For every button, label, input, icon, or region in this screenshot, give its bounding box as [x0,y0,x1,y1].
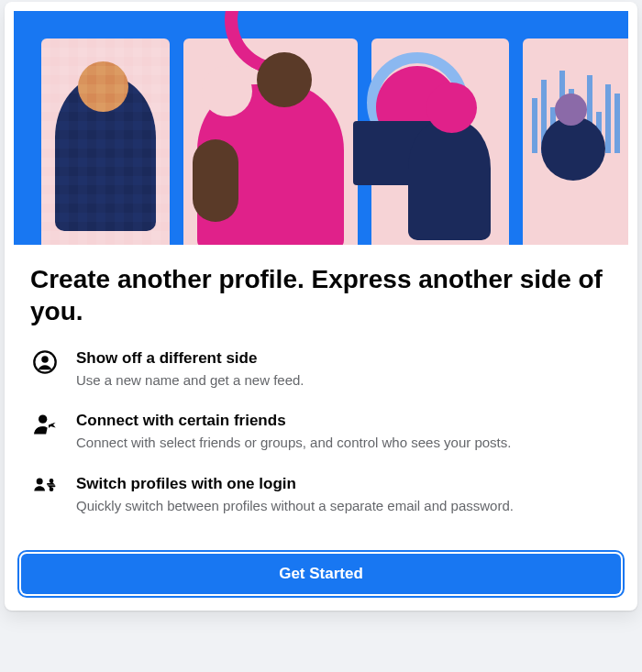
person-share-icon [30,410,60,439]
hero-illustration [14,11,628,245]
get-started-button[interactable]: Get Started [21,554,621,594]
feature-body: Show off a different side Use a new name… [76,347,612,390]
cta-container: Get Started [5,545,637,611]
svg-point-2 [39,415,47,424]
feature-title: Show off a different side [76,349,612,368]
modal-title: Create another profile. Express another … [30,263,612,327]
feature-desc: Quickly switch between profiles without … [76,497,612,515]
svg-point-3 [37,478,43,484]
feature-item: Switch profiles with one login Quickly s… [30,473,612,515]
feature-item: Connect with certain friends Connect wit… [30,410,612,452]
feature-desc: Use a new name and get a new feed. [76,371,612,390]
profile-circle-icon [30,347,60,377]
switch-people-icon [30,473,60,502]
feature-body: Switch profiles with one login Quickly s… [76,473,612,515]
svg-point-1 [41,356,48,362]
feature-body: Connect with certain friends Connect wit… [76,410,612,452]
feature-item: Show off a different side Use a new name… [30,347,612,390]
feature-title: Switch profiles with one login [76,475,612,493]
feature-desc: Connect with select friends or groups, a… [76,434,612,452]
feature-title: Connect with certain friends [76,412,612,430]
create-profile-modal: Create another profile. Express another … [5,2,637,611]
modal-content: Create another profile. Express another … [5,245,637,545]
